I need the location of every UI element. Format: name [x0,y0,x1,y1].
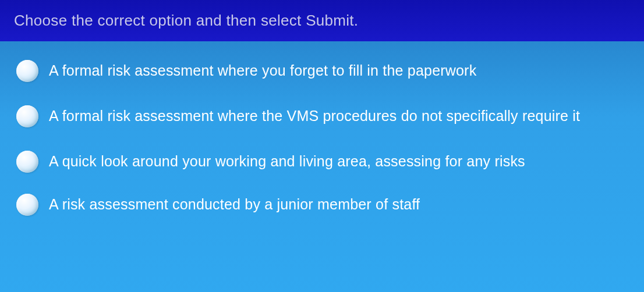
options-panel: A formal risk assessment where you forge… [0,41,644,292]
instruction-header: Choose the correct option and then selec… [0,0,644,41]
option-row-2[interactable]: A formal risk assessment where the VMS p… [16,105,628,127]
option-label: A risk assessment conducted by a junior … [49,195,420,213]
option-row-1[interactable]: A formal risk assessment where you forge… [16,60,628,82]
radio-icon[interactable] [16,151,38,173]
option-row-3[interactable]: A quick look around your working and liv… [16,151,628,173]
radio-icon[interactable] [16,105,38,127]
option-row-4[interactable]: A risk assessment conducted by a junior … [16,194,628,216]
instruction-text: Choose the correct option and then selec… [14,12,358,29]
option-label: A formal risk assessment where you forge… [49,62,476,80]
radio-icon[interactable] [16,194,38,216]
option-label: A formal risk assessment where the VMS p… [49,107,580,125]
radio-icon[interactable] [16,60,38,82]
option-label: A quick look around your working and liv… [49,152,525,170]
